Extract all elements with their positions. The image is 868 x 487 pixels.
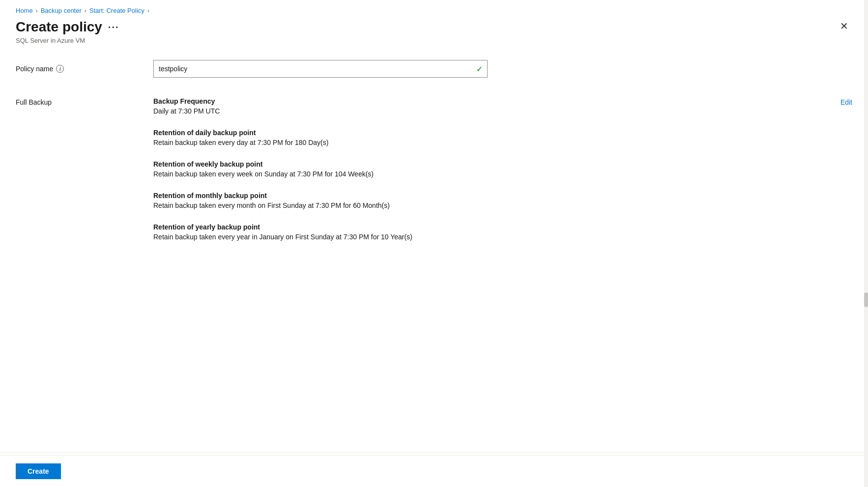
content-area: Policy name i ✓ Full Backup Backup Frequ… — [0, 56, 868, 280]
breadcrumb: Home › Backup center › Start: Create Pol… — [0, 0, 868, 19]
page-title-text: Create policy — [16, 19, 102, 35]
breadcrumb-home[interactable]: Home — [16, 7, 33, 14]
validation-check-icon: ✓ — [476, 64, 483, 74]
close-button[interactable]: ✕ — [836, 19, 852, 33]
full-backup-section: Full Backup Backup FrequencyDaily at 7:3… — [16, 97, 852, 255]
footer-divider — [0, 453, 868, 453]
backup-detail-4: Retention of yearly backup pointRetain b… — [153, 223, 831, 241]
page-header: Create policy ··· SQL Server in Azure VM… — [0, 19, 868, 56]
backup-detail-0: Backup FrequencyDaily at 7:30 PM UTC — [153, 97, 831, 115]
backup-detail-title-1: Retention of daily backup point — [153, 129, 831, 137]
more-options-button[interactable]: ··· — [108, 22, 119, 33]
full-backup-content: Backup FrequencyDaily at 7:30 PM UTCRete… — [153, 97, 831, 255]
scrollbar-track[interactable] — [864, 0, 868, 487]
backup-detail-desc-2: Retain backup taken every week on Sunday… — [153, 170, 831, 178]
page-title: Create policy ··· — [16, 19, 119, 35]
policy-name-input-wrapper: ✓ — [153, 60, 488, 78]
scrollbar-thumb[interactable] — [864, 292, 868, 307]
policy-name-row: Policy name i ✓ — [16, 60, 852, 78]
footer: Create — [0, 455, 868, 487]
breadcrumb-sep-2: › — [85, 7, 87, 14]
page-title-block: Create policy ··· SQL Server in Azure VM — [16, 19, 119, 44]
policy-name-input[interactable] — [153, 60, 488, 78]
backup-detail-3: Retention of monthly backup pointRetain … — [153, 192, 831, 209]
backup-detail-desc-1: Retain backup taken every day at 7:30 PM… — [153, 139, 831, 146]
backup-detail-2: Retention of weekly backup pointRetain b… — [153, 160, 831, 178]
full-backup-edit-button[interactable]: Edit — [840, 97, 852, 106]
page-subtitle: SQL Server in Azure VM — [16, 37, 119, 44]
breadcrumb-sep-1: › — [36, 7, 38, 14]
backup-detail-title-0: Backup Frequency — [153, 97, 831, 105]
backup-detail-title-4: Retention of yearly backup point — [153, 223, 831, 231]
breadcrumb-backup-center[interactable]: Backup center — [41, 7, 82, 14]
backup-detail-desc-0: Daily at 7:30 PM UTC — [153, 107, 831, 115]
backup-detail-desc-3: Retain backup taken every month on First… — [153, 201, 831, 209]
full-backup-label: Full Backup — [16, 97, 153, 106]
create-button[interactable]: Create — [16, 463, 61, 479]
policy-name-info-icon: i — [56, 65, 64, 73]
backup-detail-title-3: Retention of monthly backup point — [153, 192, 831, 200]
breadcrumb-sep-3: › — [147, 7, 149, 14]
backup-detail-desc-4: Retain backup taken every year in Januar… — [153, 233, 831, 241]
backup-detail-title-2: Retention of weekly backup point — [153, 160, 831, 168]
policy-name-label: Policy name i — [16, 65, 153, 73]
breadcrumb-create-policy[interactable]: Start: Create Policy — [89, 7, 145, 14]
backup-detail-1: Retention of daily backup pointRetain ba… — [153, 129, 831, 146]
